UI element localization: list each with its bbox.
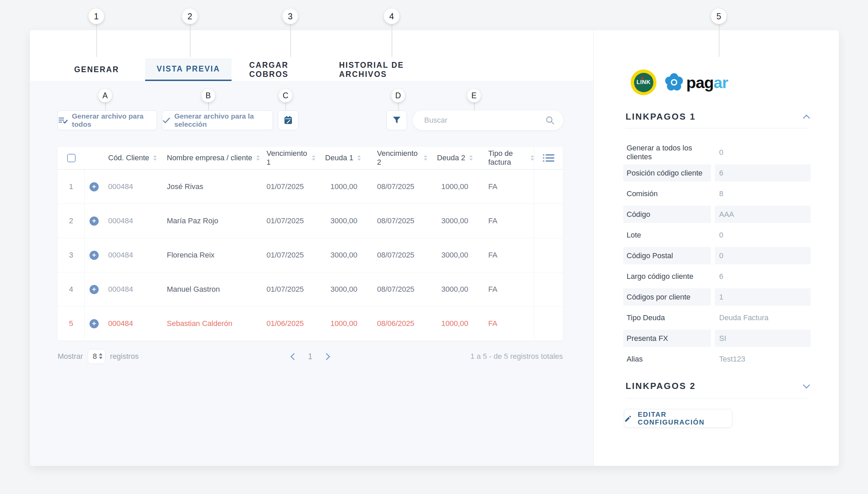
field-value: 0	[715, 226, 811, 244]
sort-icon	[312, 155, 315, 160]
generate-selection-button[interactable]: Generar archivo para la selección	[162, 111, 273, 130]
next-page-icon[interactable]	[323, 353, 330, 360]
header-vencimiento-1[interactable]: Vencimiento 1	[261, 149, 315, 167]
expand-row-icon[interactable]: +	[90, 251, 99, 260]
field-value: AAA	[715, 206, 811, 223]
records-summary: 1 a 5 - de 5 registros totales	[470, 352, 563, 361]
generate-all-button[interactable]: Generar archivo para todos	[58, 111, 157, 130]
search-input[interactable]	[413, 116, 545, 125]
field-value: Test123	[715, 350, 811, 368]
tab-historial-de-archivos[interactable]: HISTORIAL DE ARCHIVOS	[339, 58, 447, 81]
table-row[interactable]: 4 + 000484 Manuel Gastron 01/07/2025 300…	[58, 272, 563, 306]
due-date-2: 08/07/2025	[363, 251, 427, 260]
list-view-icon[interactable]	[543, 153, 554, 163]
filter-funnel-icon	[392, 115, 402, 125]
pagar-logo: pagar	[665, 72, 728, 93]
callout-line-d	[398, 102, 399, 111]
select-all-checkbox[interactable]	[67, 154, 76, 162]
callout-number-4: 4	[384, 8, 400, 24]
field-row: Tipo DeudaDeuda Factura	[623, 307, 811, 328]
calendar-button[interactable]	[278, 111, 298, 130]
row-number: 2	[58, 204, 85, 238]
expand-row-icon[interactable]: +	[90, 319, 99, 328]
records-label: registros	[110, 352, 139, 361]
callout-line-a	[105, 102, 106, 111]
field-label: Códigos por cliente	[623, 288, 711, 306]
field-label: Código Postal	[623, 247, 711, 264]
tab-cargar-cobros[interactable]: CARGAR COBROS	[249, 58, 331, 81]
field-row: Código Postal0	[623, 245, 811, 266]
callout-line-c	[285, 102, 286, 111]
edit-configuration-button[interactable]: EDITAR CONFIGURACIÓN	[624, 409, 732, 428]
header-deuda-1[interactable]: Deuda 1	[315, 153, 363, 162]
invoice-type: FA	[475, 251, 534, 260]
field-row: Códigos por cliente1	[623, 287, 811, 307]
callout-number-5: 5	[711, 8, 726, 24]
row-end-cell	[534, 238, 563, 272]
page-size-stepper[interactable]	[99, 353, 103, 359]
generate-all-label: Generar archivo para todos	[72, 112, 156, 128]
expand-row-icon[interactable]: +	[90, 285, 99, 294]
previous-page-icon[interactable]	[290, 353, 297, 360]
header-label: Vencimiento 2	[377, 149, 420, 167]
field-value: 6	[715, 268, 811, 285]
field-value: Deuda Factura	[715, 309, 811, 326]
sort-icon	[256, 155, 260, 160]
field-row: Largo código cliente6	[623, 266, 811, 287]
table-row-overdue[interactable]: 5 + 000484 Sebastian Calderón 01/06/2025…	[58, 306, 563, 341]
client-name: Manuel Gastron	[163, 285, 261, 294]
field-label: Generar a todos los clientes	[623, 144, 711, 161]
tab-vista-previa[interactable]: VISTA PREVIA	[145, 58, 232, 81]
table-row[interactable]: 3 + 000484 Florencia Reix 01/07/2025 300…	[58, 238, 563, 272]
filter-button[interactable]	[387, 111, 407, 130]
header-tipo-factura[interactable]: Tipo de factura	[475, 149, 534, 167]
field-value: 6	[715, 164, 811, 182]
row-number: 1	[58, 170, 85, 204]
field-row: AliasTest123	[623, 349, 811, 369]
linkpagos2-header: LINKPAGOS 2	[626, 380, 809, 392]
due-date-1: 01/07/2025	[261, 285, 315, 294]
link-logo-text: LINK	[636, 79, 651, 86]
page: 1 2 3 4 5 A B C D E GENERAR VISTA PREVIA…	[0, 0, 868, 494]
header-label: Deuda 1	[325, 153, 353, 162]
expand-row-icon[interactable]: +	[90, 182, 99, 191]
table-row[interactable]: 1 + 000484 José Rivas 01/07/2025 1000,00…	[58, 169, 563, 204]
due-date-1: 01/06/2025	[261, 319, 315, 328]
expand-row-icon[interactable]: +	[90, 216, 99, 226]
collapse-chevron-up-icon[interactable]	[803, 114, 810, 121]
field-row: Posición código cliente6	[623, 163, 811, 183]
invoice-type: FA	[475, 182, 534, 191]
header-vencimiento-2[interactable]: Vencimiento 2	[363, 149, 427, 167]
field-value: 0	[715, 144, 811, 161]
field-row: Lote0	[623, 225, 811, 245]
row-number: 4	[58, 272, 85, 306]
row-number: 5	[58, 307, 85, 341]
field-label: Comisión	[623, 185, 711, 202]
field-value: SI	[715, 330, 811, 347]
expand-chevron-down-icon[interactable]	[803, 381, 810, 388]
callout-number-1: 1	[89, 8, 104, 24]
table-row[interactable]: 2 + 000484 María Paz Rojo 01/07/2025 300…	[58, 204, 563, 238]
field-label: Código	[623, 206, 711, 223]
callout-letter-d: D	[391, 89, 405, 102]
column-settings-cell	[534, 147, 563, 169]
check-icon	[162, 116, 170, 124]
pencil-icon	[624, 415, 632, 422]
page-size-input[interactable]	[88, 349, 106, 364]
debt-1: 3000,00	[315, 285, 363, 294]
calendar-edit-icon	[283, 115, 293, 125]
due-date-1: 01/07/2025	[261, 251, 315, 260]
row-end-cell	[534, 272, 563, 306]
callout-number-3: 3	[282, 8, 298, 24]
search-box	[413, 111, 563, 130]
header-label: Deuda 2	[437, 153, 465, 162]
page-number[interactable]: 1	[308, 352, 313, 361]
playlist-check-icon	[58, 116, 68, 125]
due-date-1: 01/07/2025	[261, 182, 315, 191]
header-deuda-2[interactable]: Deuda 2	[427, 153, 475, 162]
tab-generar[interactable]: GENERAR	[66, 58, 127, 81]
header-cod-cliente[interactable]: Cód. Cliente	[104, 153, 163, 162]
header-nombre[interactable]: Nombre empresa / cliente	[163, 153, 261, 162]
sort-icon	[424, 155, 427, 160]
header-label: Tipo de factura	[488, 149, 527, 167]
